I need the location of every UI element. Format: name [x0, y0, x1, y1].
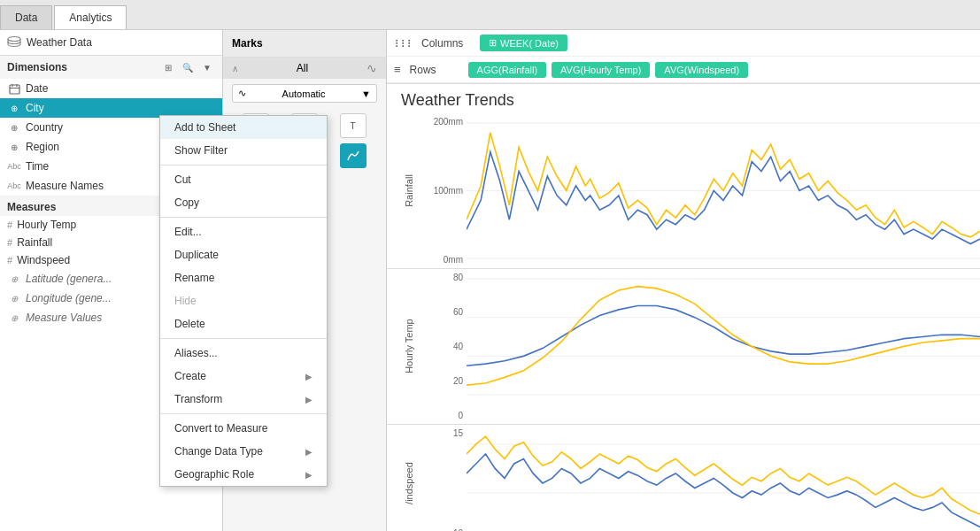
- ctx-copy-label: Copy: [174, 196, 199, 209]
- globe-icon-lat: ⊕: [7, 272, 21, 286]
- ctx-cut[interactable]: Cut: [160, 168, 327, 191]
- marks-dropdown-label: Automatic: [282, 88, 326, 99]
- db-icon: [7, 35, 21, 50]
- date-icon: ⊞: [489, 37, 497, 49]
- ctx-geographic-role[interactable]: Geographic Role ▶: [160, 463, 327, 486]
- top-tabs: Data Analytics: [0, 0, 980, 30]
- measure-windspeed-label: Windspeed: [17, 254, 70, 266]
- columns-label: Columns: [421, 37, 475, 50]
- transform-arrow-icon: ▶: [305, 395, 313, 404]
- ctx-edit[interactable]: Edit...: [160, 220, 327, 243]
- measure-hourly-temp-label: Hourly Temp: [17, 219, 76, 231]
- more-btn[interactable]: ▼: [199, 59, 215, 75]
- dim-city-label: City: [26, 102, 44, 114]
- ctx-delete[interactable]: Delete: [160, 312, 327, 335]
- marks-dropdown[interactable]: ∿ Automatic ▼: [232, 84, 377, 103]
- search-btn[interactable]: 🔍: [180, 59, 196, 75]
- hourly-temp-canvas: [467, 269, 980, 424]
- globe-icon-country: ⊕: [7, 120, 21, 135]
- columns-shelf: ⫶⫶⫶ Columns ⊞ WEEK( Date): [387, 30, 980, 57]
- ctx-copy[interactable]: Copy: [160, 191, 327, 214]
- ctx-rename[interactable]: Rename: [160, 266, 327, 289]
- marks-title: Marks: [223, 30, 386, 58]
- rows-pill-hourly-temp[interactable]: AVG(Hourly Temp): [552, 62, 650, 78]
- ctx-sep-3: [160, 338, 327, 339]
- context-menu: Add to Sheet Show Filter Cut Copy Edit..…: [159, 115, 328, 487]
- columns-icon: ⫶⫶⫶: [394, 36, 413, 50]
- ctx-sep-2: [160, 217, 327, 218]
- svg-rect-1: [10, 85, 19, 94]
- ctx-add-to-sheet[interactable]: Add to Sheet: [160, 116, 327, 139]
- windspeed-canvas: [467, 425, 980, 531]
- dim-item-date[interactable]: Date: [0, 79, 222, 98]
- globe-icon-region: ⊕: [7, 140, 21, 154]
- measure-longitude-label: Longitude (gene...: [26, 292, 112, 304]
- abc-icon-mnames: Abc: [7, 179, 21, 193]
- svg-point-0: [8, 37, 20, 42]
- geo-role-arrow-icon: ▶: [305, 470, 313, 480]
- hourly-temp-y-ticks: 80 60 40 20 0: [431, 269, 467, 424]
- ctx-change-type-label: Change Data Type: [174, 445, 263, 458]
- measure-rainfall-label: Rainfall: [17, 236, 52, 249]
- hourly-temp-chart-row: Hourly Temp 80 60 40 20 0: [387, 269, 980, 425]
- ctx-sep-4: [160, 413, 327, 414]
- rainfall-y-label: Rainfall: [387, 113, 431, 268]
- windspeed-chart-row: /indspeed 15 10: [387, 425, 980, 531]
- ctx-hide-label: Hide: [174, 295, 197, 307]
- create-arrow-icon: ▶: [305, 372, 313, 381]
- rows-pill-rainfall[interactable]: AGG(Rainfall): [468, 62, 546, 78]
- globe-icon-lon: ⊕: [7, 291, 21, 305]
- ctx-transform[interactable]: Transform ▶: [160, 388, 327, 411]
- columns-pill-date[interactable]: ⊞ WEEK( Date): [480, 35, 567, 51]
- ctx-aliases-label: Aliases...: [174, 347, 218, 359]
- dim-measure-names-label: Measure Names: [26, 180, 104, 192]
- ctx-show-filter-label: Show Filter: [174, 144, 228, 157]
- ctx-add-sheet-label: Add to Sheet: [174, 121, 235, 134]
- ctx-aliases[interactable]: Aliases...: [160, 342, 327, 365]
- marks-all-row[interactable]: ∧ All ∿: [223, 58, 386, 79]
- dim-time-label: Time: [26, 160, 49, 173]
- main-area: Weather Data Dimensions ⊞ 🔍 ▼ Date ⊕ Cit…: [0, 30, 980, 531]
- globe-icon-mvals: ⊕: [7, 311, 21, 325]
- path-btn[interactable]: [340, 143, 367, 168]
- measure-latitude-label: Latitude (genera...: [26, 273, 112, 285]
- ctx-hide: Hide: [160, 289, 327, 312]
- rows-pill-windspeed[interactable]: AVG(Windspeed): [655, 62, 748, 78]
- viz-area: ⫶⫶⫶ Columns ⊞ WEEK( Date) ≡ Rows AGG(Rai…: [387, 30, 980, 531]
- chart-title: Weather Trends: [387, 84, 980, 113]
- tab-analytics[interactable]: Analytics: [54, 5, 127, 29]
- ctx-show-filter[interactable]: Show Filter: [160, 139, 327, 162]
- viz-header: ⫶⫶⫶ Columns ⊞ WEEK( Date) ≡ Rows AGG(Rai…: [387, 30, 980, 84]
- ctx-convert-to-measure[interactable]: Convert to Measure: [160, 417, 327, 440]
- marks-chevron-up: ∧: [232, 64, 238, 73]
- columns-pill-text: WEEK( Date): [500, 38, 559, 49]
- ctx-create-label: Create: [174, 370, 206, 382]
- measure-values-label: Measure Values: [26, 312, 102, 324]
- ctx-edit-label: Edit...: [174, 226, 202, 238]
- tab-data[interactable]: Data: [0, 5, 52, 29]
- abc-icon-time: Abc: [7, 159, 21, 173]
- rainfall-canvas: [467, 113, 980, 268]
- hash-icon-rainfall: #: [7, 237, 12, 248]
- ctx-convert-label: Convert to Measure: [174, 422, 267, 435]
- dim-date-label: Date: [26, 82, 48, 95]
- globe-icon-city: ⊕: [7, 101, 21, 115]
- windspeed-y-ticks: 15 10: [431, 425, 467, 531]
- ctx-create[interactable]: Create ▶: [160, 365, 327, 388]
- hourly-temp-y-label: Hourly Temp: [387, 269, 431, 424]
- marks-tilde: ∿: [367, 61, 377, 75]
- ctx-sep-1: [160, 165, 327, 165]
- data-source-row[interactable]: Weather Data: [0, 30, 222, 56]
- ctx-duplicate[interactable]: Duplicate: [160, 243, 327, 266]
- ctx-change-data-type[interactable]: Change Data Type ▶: [160, 440, 327, 463]
- marks-all-label: All: [297, 62, 308, 74]
- rows-label: Rows: [410, 64, 463, 76]
- ctx-transform-label: Transform: [174, 393, 222, 405]
- rainfall-chart-row: Rainfall 200mm 100mm 0mm: [387, 113, 980, 269]
- ctx-geo-role-label: Geographic Role: [174, 468, 254, 481]
- grid-view-btn[interactable]: ⊞: [160, 59, 176, 75]
- label-btn[interactable]: T: [340, 113, 367, 138]
- ctx-cut-label: Cut: [174, 173, 191, 186]
- ctx-delete-label: Delete: [174, 318, 205, 330]
- dimensions-label: Dimensions: [7, 61, 67, 73]
